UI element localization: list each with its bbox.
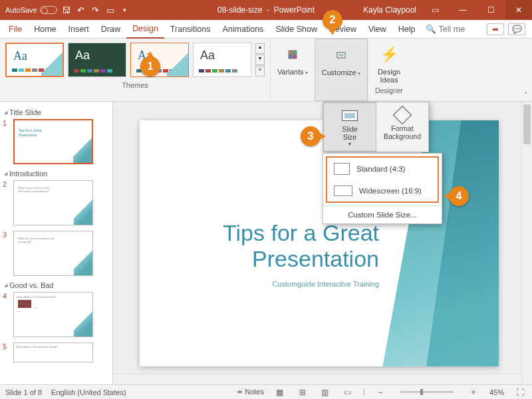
redo-icon[interactable]: ↷ bbox=[90, 5, 101, 15]
slide-size-label: Slide Size bbox=[342, 125, 357, 141]
titlebar: AutoSave 🖫 ↶ ↷ ▭ ▾ 08-slide-size - Power… bbox=[0, 0, 532, 20]
slide-thumbnail-item[interactable]: 5 What Makes a Presentation Good? bbox=[3, 342, 110, 362]
widescreen-ratio-icon bbox=[334, 186, 352, 196]
slide-number: 1 bbox=[3, 119, 9, 127]
themes-group-label: Themes bbox=[5, 81, 265, 89]
format-background-icon bbox=[393, 106, 412, 124]
vertical-scrollbar[interactable] bbox=[521, 102, 532, 384]
normal-view-icon[interactable]: ▦ bbox=[273, 387, 287, 398]
horizontal-scrollbar[interactable] bbox=[113, 374, 521, 384]
section-header[interactable]: Introduction bbox=[4, 170, 108, 178]
toggle-icon bbox=[40, 6, 57, 14]
slide-size-icon bbox=[342, 110, 358, 121]
format-background-button[interactable]: Format Background bbox=[376, 102, 428, 152]
slide-count[interactable]: Slide 1 of 8 bbox=[5, 388, 42, 396]
svg-rect-5 bbox=[338, 54, 344, 57]
tab-draw[interactable]: Draw bbox=[95, 20, 126, 39]
slide-thumbnail-item[interactable]: 3 What kind of presentations areyou givi… bbox=[3, 231, 110, 276]
slide-size-button[interactable]: Slide Size ▾ bbox=[323, 102, 376, 152]
slide-title[interactable]: Tips for a Great Presentation bbox=[180, 220, 379, 272]
theme-thumb-current[interactable]: Aa bbox=[5, 43, 64, 77]
tab-animations[interactable]: Animations bbox=[217, 20, 270, 39]
standard-label: Standard (4:3) bbox=[356, 165, 406, 173]
notes-toggle[interactable]: ≐ Notes bbox=[237, 388, 264, 396]
save-icon[interactable]: 🖫 bbox=[61, 5, 72, 15]
zoom-level[interactable]: 45% bbox=[489, 388, 504, 396]
slide-number: 5 bbox=[3, 342, 9, 350]
callout-badge-3: 3 bbox=[301, 126, 321, 146]
tab-transitions[interactable]: Transitions bbox=[164, 20, 217, 39]
slide-number: 2 bbox=[3, 180, 9, 188]
slide-size-widescreen[interactable]: Widescreen (16:9) bbox=[327, 180, 438, 201]
callout-badge-1: 1 bbox=[140, 57, 160, 76]
variants-icon bbox=[281, 43, 305, 66]
themes-scroll-up[interactable]: ▴ bbox=[255, 43, 265, 54]
standard-ratio-icon bbox=[334, 163, 350, 175]
section-header[interactable]: Good vs. Bad bbox=[4, 281, 108, 289]
slide-size-standard[interactable]: Standard (4:3) bbox=[327, 158, 438, 180]
slideshow-view-icon[interactable]: ▭ bbox=[341, 387, 354, 398]
share-button[interactable]: ➦ bbox=[487, 23, 504, 35]
window-title: 08-slide-size - PowerPoint bbox=[217, 5, 315, 15]
statusbar: Slide 1 of 8 English (United States) ≐ N… bbox=[0, 384, 532, 399]
undo-icon[interactable]: ↶ bbox=[76, 5, 86, 15]
start-slideshow-icon[interactable]: ▭ bbox=[105, 5, 116, 15]
reading-view-icon[interactable]: ▥ bbox=[319, 387, 332, 398]
variants-label: Variants bbox=[277, 68, 308, 76]
autosave-toggle[interactable]: AutoSave bbox=[5, 6, 57, 14]
zoom-in-button[interactable]: + bbox=[467, 387, 480, 398]
ribbon-tabs: File Home Insert Draw Design Transitions… bbox=[0, 20, 532, 39]
theme-thumb-2[interactable]: Aa bbox=[68, 43, 126, 77]
tab-view[interactable]: View bbox=[362, 20, 392, 39]
zoom-slider[interactable] bbox=[400, 391, 454, 393]
design-ideas-button[interactable]: ⚡ Design Ideas Designer bbox=[368, 39, 410, 101]
slide-panel[interactable]: Title Slide 1 Tips for a GreatPresentati… bbox=[0, 102, 113, 384]
ribbon-design: Aa Aa Aa Aa ▴ ▾ ▿ Themes bbox=[0, 39, 532, 102]
theme-thumb-4[interactable]: Aa bbox=[193, 43, 251, 77]
design-ideas-icon: ⚡ bbox=[377, 43, 401, 66]
slide-number: 4 bbox=[3, 292, 9, 300]
customize-button[interactable]: Customize bbox=[315, 39, 368, 101]
callout-badge-2: 2 bbox=[323, 10, 342, 30]
tell-me-search[interactable]: 🔍 Tell me bbox=[426, 24, 466, 34]
variants-button[interactable]: Variants bbox=[270, 39, 315, 101]
slide-thumbnail-item[interactable]: 1 Tips for a GreatPresentation bbox=[3, 119, 110, 164]
theme-thumb-3[interactable]: Aa bbox=[130, 43, 189, 77]
format-background-label: Format Background bbox=[384, 124, 421, 140]
tab-slideshow[interactable]: Slide Show bbox=[269, 20, 323, 39]
svg-rect-0 bbox=[289, 51, 292, 54]
slide-thumbnail-item[interactable]: 2 What do you want to knowafter today's … bbox=[3, 180, 110, 225]
ribbon-options-icon[interactable]: ▭ bbox=[422, 0, 448, 20]
zoom-out-button[interactable]: − bbox=[374, 387, 387, 398]
tab-file[interactable]: File bbox=[3, 20, 28, 39]
search-icon: 🔍 bbox=[426, 24, 436, 34]
designer-group-label: Designer bbox=[375, 86, 403, 94]
slide-size-menu: Standard (4:3) Widescreen (16:9) Custom … bbox=[323, 153, 442, 224]
slide-canvas[interactable]: Tips for a Great Presentation Customguid… bbox=[140, 120, 499, 366]
svg-rect-2 bbox=[289, 55, 292, 59]
fit-to-window-icon[interactable]: ⛶ bbox=[513, 387, 527, 398]
themes-scroll-down[interactable]: ▾ bbox=[255, 55, 265, 65]
workspace: Title Slide 1 Tips for a GreatPresentati… bbox=[0, 102, 532, 384]
section-header[interactable]: Title Slide bbox=[4, 108, 108, 116]
comments-button[interactable]: 💬 bbox=[508, 23, 525, 35]
tab-insert[interactable]: Insert bbox=[63, 20, 95, 39]
language-indicator[interactable]: English (United States) bbox=[51, 388, 126, 396]
design-ideas-label: Design Ideas bbox=[378, 68, 400, 84]
close-button[interactable]: ✕ bbox=[505, 0, 532, 20]
tab-home[interactable]: Home bbox=[28, 20, 62, 39]
slide-sorter-view-icon[interactable]: ⊞ bbox=[296, 387, 309, 398]
collapse-ribbon-icon[interactable]: ˄ bbox=[524, 91, 528, 100]
custom-slide-size[interactable]: Custom Slide Size... bbox=[323, 205, 442, 223]
widescreen-label: Widescreen (16:9) bbox=[359, 187, 422, 195]
slide-thumbnail-item[interactable]: 4 What Makes a Presentation Bad? • • •• … bbox=[3, 292, 110, 337]
qat-more-icon[interactable]: ▾ bbox=[120, 5, 130, 15]
themes-more-button[interactable]: ▿ bbox=[255, 66, 265, 76]
slide-subtitle[interactable]: Customguide Interactive Training bbox=[180, 280, 379, 288]
tell-me-label: Tell me bbox=[439, 25, 466, 34]
tab-design[interactable]: Design bbox=[126, 20, 164, 39]
minimize-button[interactable]: — bbox=[450, 0, 476, 20]
tab-help[interactable]: Help bbox=[392, 20, 422, 39]
user-name[interactable]: Kayla Claypool bbox=[363, 5, 416, 15]
maximize-button[interactable]: ☐ bbox=[477, 0, 504, 20]
